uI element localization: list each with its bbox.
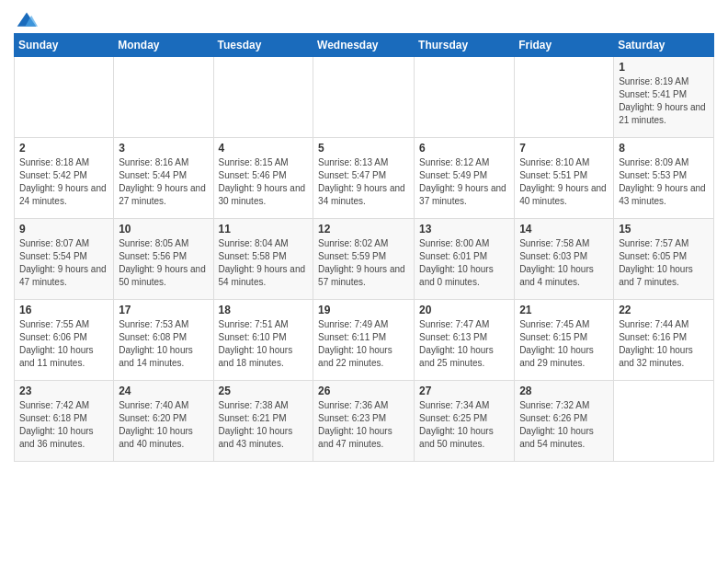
day-info: Sunrise: 7:36 AM Sunset: 6:23 PM Dayligh… <box>318 399 409 451</box>
day-info: Sunrise: 7:49 AM Sunset: 6:11 PM Dayligh… <box>318 318 409 370</box>
day-info: Sunrise: 8:09 AM Sunset: 5:53 PM Dayligh… <box>619 156 709 208</box>
calendar-cell: 18Sunrise: 7:51 AM Sunset: 6:10 PM Dayli… <box>213 300 313 381</box>
calendar-cell: 20Sunrise: 7:47 AM Sunset: 6:13 PM Dayli… <box>415 300 515 381</box>
calendar-cell: 2Sunrise: 8:18 AM Sunset: 5:42 PM Daylig… <box>15 138 114 219</box>
day-number: 22 <box>619 304 709 316</box>
calendar-cell: 26Sunrise: 7:36 AM Sunset: 6:23 PM Dayli… <box>313 381 415 462</box>
day-number: 28 <box>519 385 609 397</box>
calendar-cell: 23Sunrise: 7:42 AM Sunset: 6:18 PM Dayli… <box>15 381 114 462</box>
calendar-cell <box>15 57 114 138</box>
day-number: 3 <box>119 142 208 155</box>
day-number: 27 <box>419 385 509 397</box>
day-info: Sunrise: 8:18 AM Sunset: 5:42 PM Dayligh… <box>19 156 108 208</box>
calendar-cell: 17Sunrise: 7:53 AM Sunset: 6:08 PM Dayli… <box>114 300 213 381</box>
day-info: Sunrise: 7:51 AM Sunset: 6:10 PM Dayligh… <box>219 318 309 370</box>
day-info: Sunrise: 8:07 AM Sunset: 5:54 PM Dayligh… <box>19 237 108 289</box>
day-info: Sunrise: 8:10 AM Sunset: 5:51 PM Dayligh… <box>519 156 609 208</box>
day-info: Sunrise: 7:58 AM Sunset: 6:03 PM Dayligh… <box>519 237 609 289</box>
calendar-cell: 5Sunrise: 8:13 AM Sunset: 5:47 PM Daylig… <box>313 138 415 219</box>
day-info: Sunrise: 8:02 AM Sunset: 5:59 PM Dayligh… <box>318 237 409 289</box>
calendar-week-4: 23Sunrise: 7:42 AM Sunset: 6:18 PM Dayli… <box>15 381 714 462</box>
day-number: 23 <box>19 385 108 397</box>
logo-icon <box>16 9 38 31</box>
day-number: 14 <box>519 223 609 236</box>
weekday-sunday: Sunday <box>15 34 114 57</box>
day-info: Sunrise: 7:34 AM Sunset: 6:25 PM Dayligh… <box>419 399 509 451</box>
weekday-friday: Friday <box>515 34 614 57</box>
weekday-saturday: Saturday <box>614 34 714 57</box>
day-info: Sunrise: 7:42 AM Sunset: 6:18 PM Dayligh… <box>19 399 108 451</box>
day-number: 19 <box>318 304 409 316</box>
day-number: 1 <box>619 61 709 74</box>
day-info: Sunrise: 8:04 AM Sunset: 5:58 PM Dayligh… <box>219 237 309 289</box>
weekday-header-row: SundayMondayTuesdayWednesdayThursdayFrid… <box>15 34 714 57</box>
calendar-week-3: 16Sunrise: 7:55 AM Sunset: 6:06 PM Dayli… <box>15 300 714 381</box>
calendar-cell: 24Sunrise: 7:40 AM Sunset: 6:20 PM Dayli… <box>114 381 213 462</box>
calendar-cell: 3Sunrise: 8:16 AM Sunset: 5:44 PM Daylig… <box>114 138 213 219</box>
day-info: Sunrise: 7:55 AM Sunset: 6:06 PM Dayligh… <box>19 318 108 370</box>
day-number: 11 <box>219 223 309 236</box>
day-number: 7 <box>519 142 609 155</box>
day-info: Sunrise: 8:00 AM Sunset: 6:01 PM Dayligh… <box>419 237 509 289</box>
calendar-week-1: 2Sunrise: 8:18 AM Sunset: 5:42 PM Daylig… <box>15 138 714 219</box>
calendar-header: SundayMondayTuesdayWednesdayThursdayFrid… <box>15 34 714 57</box>
day-number: 5 <box>318 142 409 155</box>
calendar-cell: 28Sunrise: 7:32 AM Sunset: 6:26 PM Dayli… <box>515 381 614 462</box>
logo <box>14 9 38 26</box>
day-number: 15 <box>619 223 709 236</box>
calendar-cell: 7Sunrise: 8:10 AM Sunset: 5:51 PM Daylig… <box>515 138 614 219</box>
day-number: 10 <box>119 223 208 236</box>
day-number: 13 <box>419 223 509 236</box>
weekday-wednesday: Wednesday <box>313 34 415 57</box>
calendar-cell: 25Sunrise: 7:38 AM Sunset: 6:21 PM Dayli… <box>213 381 313 462</box>
day-number: 8 <box>619 142 709 155</box>
day-number: 17 <box>119 304 208 316</box>
calendar-cell: 22Sunrise: 7:44 AM Sunset: 6:16 PM Dayli… <box>614 300 714 381</box>
calendar-cell <box>313 57 415 138</box>
weekday-thursday: Thursday <box>415 34 515 57</box>
calendar-cell <box>515 57 614 138</box>
calendar-cell: 11Sunrise: 8:04 AM Sunset: 5:58 PM Dayli… <box>213 219 313 300</box>
calendar-cell: 4Sunrise: 8:15 AM Sunset: 5:46 PM Daylig… <box>213 138 313 219</box>
day-info: Sunrise: 8:13 AM Sunset: 5:47 PM Dayligh… <box>318 156 409 208</box>
day-info: Sunrise: 8:19 AM Sunset: 5:41 PM Dayligh… <box>619 75 709 127</box>
weekday-tuesday: Tuesday <box>213 34 313 57</box>
calendar-cell: 14Sunrise: 7:58 AM Sunset: 6:03 PM Dayli… <box>515 219 614 300</box>
calendar-table: SundayMondayTuesdayWednesdayThursdayFrid… <box>14 33 714 462</box>
calendar-cell: 19Sunrise: 7:49 AM Sunset: 6:11 PM Dayli… <box>313 300 415 381</box>
day-info: Sunrise: 8:15 AM Sunset: 5:46 PM Dayligh… <box>219 156 309 208</box>
calendar-cell: 13Sunrise: 8:00 AM Sunset: 6:01 PM Dayli… <box>415 219 515 300</box>
day-number: 2 <box>19 142 108 155</box>
day-number: 16 <box>19 304 108 316</box>
day-number: 20 <box>419 304 509 316</box>
day-info: Sunrise: 7:44 AM Sunset: 6:16 PM Dayligh… <box>619 318 709 370</box>
day-info: Sunrise: 7:40 AM Sunset: 6:20 PM Dayligh… <box>119 399 208 451</box>
calendar-body: 1Sunrise: 8:19 AM Sunset: 5:41 PM Daylig… <box>15 57 714 462</box>
day-number: 6 <box>419 142 509 155</box>
day-info: Sunrise: 8:16 AM Sunset: 5:44 PM Dayligh… <box>119 156 208 208</box>
calendar-cell: 8Sunrise: 8:09 AM Sunset: 5:53 PM Daylig… <box>614 138 714 219</box>
calendar-cell: 21Sunrise: 7:45 AM Sunset: 6:15 PM Dayli… <box>515 300 614 381</box>
weekday-monday: Monday <box>114 34 213 57</box>
day-info: Sunrise: 7:47 AM Sunset: 6:13 PM Dayligh… <box>419 318 509 370</box>
day-info: Sunrise: 7:32 AM Sunset: 6:26 PM Dayligh… <box>519 399 609 451</box>
calendar-cell: 9Sunrise: 8:07 AM Sunset: 5:54 PM Daylig… <box>15 219 114 300</box>
page-header <box>14 9 714 26</box>
day-info: Sunrise: 7:38 AM Sunset: 6:21 PM Dayligh… <box>219 399 309 451</box>
day-info: Sunrise: 7:57 AM Sunset: 6:05 PM Dayligh… <box>619 237 709 289</box>
day-info: Sunrise: 7:53 AM Sunset: 6:08 PM Dayligh… <box>119 318 208 370</box>
calendar-cell: 12Sunrise: 8:02 AM Sunset: 5:59 PM Dayli… <box>313 219 415 300</box>
day-number: 24 <box>119 385 208 397</box>
calendar-cell: 10Sunrise: 8:05 AM Sunset: 5:56 PM Dayli… <box>114 219 213 300</box>
calendar-cell <box>213 57 313 138</box>
day-number: 4 <box>219 142 309 155</box>
calendar-cell: 1Sunrise: 8:19 AM Sunset: 5:41 PM Daylig… <box>614 57 714 138</box>
day-info: Sunrise: 7:45 AM Sunset: 6:15 PM Dayligh… <box>519 318 609 370</box>
day-number: 21 <box>519 304 609 316</box>
calendar-cell <box>114 57 213 138</box>
day-info: Sunrise: 8:05 AM Sunset: 5:56 PM Dayligh… <box>119 237 208 289</box>
day-number: 18 <box>219 304 309 316</box>
day-number: 25 <box>219 385 309 397</box>
calendar-cell: 6Sunrise: 8:12 AM Sunset: 5:49 PM Daylig… <box>415 138 515 219</box>
calendar-week-2: 9Sunrise: 8:07 AM Sunset: 5:54 PM Daylig… <box>15 219 714 300</box>
